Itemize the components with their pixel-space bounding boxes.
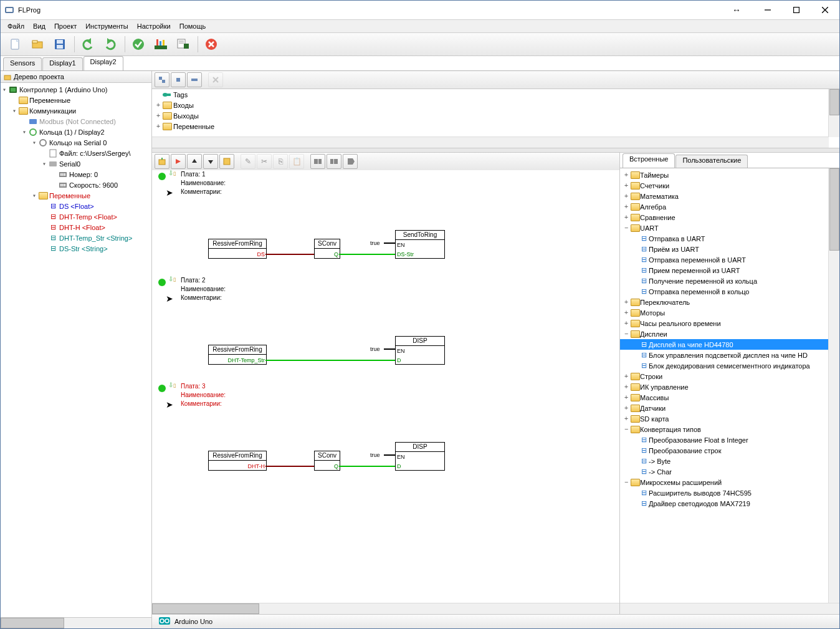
menu-view[interactable]: Вид bbox=[29, 21, 50, 31]
minimize-button[interactable] bbox=[753, 1, 782, 19]
open-button[interactable] bbox=[27, 34, 48, 55]
lib-node[interactable]: +Массивы bbox=[620, 392, 839, 403]
tree-controller[interactable]: ▾Контроллер 1 (Arduino Uno) bbox=[1, 84, 151, 95]
redo-button[interactable] bbox=[100, 34, 121, 55]
tab-display1[interactable]: Display1 bbox=[42, 57, 82, 70]
lib-node[interactable]: ⊟Отправка переменной в UART bbox=[620, 254, 839, 265]
ctool-down[interactable] bbox=[203, 154, 218, 169]
lib-node[interactable]: ⊟Расширитель выводов 74HC595 bbox=[620, 487, 839, 498]
lib-node[interactable]: +ИК управление bbox=[620, 382, 839, 392]
upload-button[interactable] bbox=[150, 34, 171, 55]
tags-tags[interactable]: Tags bbox=[152, 89, 839, 100]
tree-comms[interactable]: ▾Коммуникации bbox=[1, 105, 151, 116]
lib-node[interactable]: ⊟Получение переменной из кольца bbox=[620, 276, 839, 286]
block-sconv[interactable]: SConvQ bbox=[314, 239, 340, 259]
tree-speed[interactable]: Скорость: 9600 bbox=[1, 180, 151, 190]
lib-node[interactable]: ⊟Прием переменной из UART bbox=[620, 265, 839, 276]
lib-node[interactable]: +SD карта bbox=[620, 413, 839, 424]
ctool-11[interactable] bbox=[327, 154, 341, 169]
tagtool-3[interactable] bbox=[187, 72, 202, 87]
tree-var-dhth[interactable]: ⊟DHT-H <Float> bbox=[1, 222, 151, 233]
tab-sensors[interactable]: Sensors bbox=[3, 57, 42, 70]
export-button[interactable] bbox=[173, 34, 194, 55]
lib-node[interactable]: −Дисплеи bbox=[620, 329, 839, 339]
lib-node[interactable]: +Сравнение bbox=[620, 212, 839, 223]
menu-settings[interactable]: Настройки bbox=[133, 21, 175, 31]
tab-user[interactable]: Пользовательские bbox=[675, 155, 748, 168]
lib-node[interactable]: +Математика bbox=[620, 191, 839, 201]
tree-file[interactable]: Файл: c:\Users\Sergey\ bbox=[1, 148, 151, 158]
lib-node[interactable]: −UART bbox=[620, 223, 839, 233]
tree-var-dsstr[interactable]: ⊟DS-Str <String> bbox=[1, 243, 151, 254]
tree-variables[interactable]: Переменные bbox=[1, 95, 151, 105]
tree-var-ds[interactable]: ⊟DS <Float> bbox=[1, 201, 151, 211]
lib-node[interactable]: +Переключатель bbox=[620, 297, 839, 307]
splitter[interactable] bbox=[152, 148, 839, 153]
tags-vars[interactable]: +Переменные bbox=[152, 121, 839, 132]
block-sconv[interactable]: SConvQ bbox=[314, 451, 340, 471]
lib-node[interactable]: +Таймеры bbox=[620, 170, 839, 180]
tree-var-dhttempstr[interactable]: ⊟DHT-Temp_Str <String> bbox=[1, 233, 151, 243]
tree-modbus[interactable]: Modbus (Not Connected) bbox=[1, 116, 151, 127]
rung[interactable]: ⇩▯Плата: 2Наименование:Комментарии:➤Ress… bbox=[152, 276, 619, 382]
tree-serial0[interactable]: ▾Serial0 bbox=[1, 158, 151, 169]
canvas-hscroll[interactable] bbox=[152, 603, 619, 614]
menu-file[interactable]: Файл bbox=[3, 21, 29, 31]
lib-node[interactable]: ⊟Преобразование строк bbox=[620, 445, 839, 456]
undo-button[interactable] bbox=[77, 34, 98, 55]
tab-display2[interactable]: Display2 bbox=[84, 56, 123, 70]
block-ressive[interactable]: RessiveFromRingDHT-H bbox=[208, 451, 267, 471]
ctool-12[interactable] bbox=[343, 154, 358, 169]
menu-project[interactable]: Проект bbox=[50, 21, 81, 31]
lib-node[interactable]: ⊟Дисплей на чипе HD44780 bbox=[620, 339, 839, 350]
lib-node[interactable]: ⊟Приём из UART bbox=[620, 244, 839, 254]
fbd-canvas[interactable]: ✎ ✂ ⎘ 📋 ⇩▯Плата: 1Наименование:Комментар… bbox=[152, 153, 619, 614]
close-button[interactable] bbox=[811, 1, 839, 19]
library-tree[interactable]: +Таймеры+Счетчики+Математика+Алгебра+Сра… bbox=[620, 168, 839, 603]
tags-hscroll[interactable] bbox=[152, 137, 829, 148]
lib-node[interactable]: +Строки bbox=[620, 371, 839, 382]
lefttree-hscroll[interactable] bbox=[1, 617, 151, 628]
new-button[interactable] bbox=[4, 34, 26, 55]
lib-node[interactable]: +Алгебра bbox=[620, 201, 839, 212]
ctool-add[interactable] bbox=[155, 154, 169, 169]
lib-node[interactable]: ⊟Преобразование Float в Integer bbox=[620, 435, 839, 445]
ctool-run[interactable] bbox=[171, 154, 186, 169]
library-hscroll[interactable] bbox=[620, 603, 839, 614]
lib-node[interactable]: ⊟-> Char bbox=[620, 466, 839, 477]
tree-number[interactable]: Номер: 0 bbox=[1, 169, 151, 180]
save-button[interactable] bbox=[49, 34, 70, 55]
block-ressive[interactable]: RessiveFromRingDHT-Temp_Str bbox=[208, 345, 267, 365]
verify-button[interactable] bbox=[128, 34, 149, 55]
lib-node[interactable]: +Датчики bbox=[620, 403, 839, 413]
lib-node[interactable]: −Микросхемы расширений bbox=[620, 477, 839, 487]
tags-outputs[interactable]: +Выходы bbox=[152, 110, 839, 121]
ctool-10[interactable] bbox=[310, 154, 325, 169]
lib-node[interactable]: ⊟-> Byte bbox=[620, 456, 839, 466]
lib-node[interactable]: ⊟Блок декодирования семисегментного инди… bbox=[620, 360, 839, 371]
lib-node[interactable]: +Часы реального времени bbox=[620, 318, 839, 329]
ctool-5[interactable] bbox=[219, 154, 234, 169]
stop-button[interactable] bbox=[201, 34, 222, 55]
tree-rings[interactable]: ▾Кольца (1) / Display2 bbox=[1, 127, 151, 137]
lib-node[interactable]: ⊟Драйвер светодиодов MAX7219 bbox=[620, 498, 839, 509]
tagtool-2[interactable] bbox=[171, 72, 186, 87]
tree-var-dhttemp[interactable]: ⊟DHT-Temp <Float> bbox=[1, 211, 151, 222]
ctool-up[interactable] bbox=[187, 154, 202, 169]
block-ressive[interactable]: RessiveFromRingDS bbox=[208, 239, 267, 259]
tags-vscroll[interactable] bbox=[828, 89, 839, 137]
project-tree[interactable]: ▾Контроллер 1 (Arduino Uno) Переменные ▾… bbox=[1, 83, 151, 617]
tagtool-1[interactable] bbox=[155, 72, 169, 87]
lib-node[interactable]: ⊟Блок управления подсветкой дисплея на ч… bbox=[620, 350, 839, 360]
lib-node[interactable]: +Моторы bbox=[620, 307, 839, 318]
library-vscroll[interactable] bbox=[828, 168, 839, 603]
block-output[interactable]: DISPEND bbox=[395, 442, 445, 471]
tab-builtin[interactable]: Встроенные bbox=[623, 153, 675, 168]
lib-node[interactable]: +Счетчики bbox=[620, 180, 839, 191]
tags-inputs[interactable]: +Входы bbox=[152, 100, 839, 110]
rung[interactable]: ⇩▯Плата: 1Наименование:Комментарии:➤Ress… bbox=[152, 170, 619, 276]
rung[interactable]: ⇩▯Плата: 3Наименование:Комментарии:➤Ress… bbox=[152, 382, 619, 488]
lib-node[interactable]: −Конвертация типов bbox=[620, 424, 839, 435]
maximize-button[interactable] bbox=[782, 1, 811, 19]
lib-node[interactable]: ⊟Отправка в UART bbox=[620, 233, 839, 244]
